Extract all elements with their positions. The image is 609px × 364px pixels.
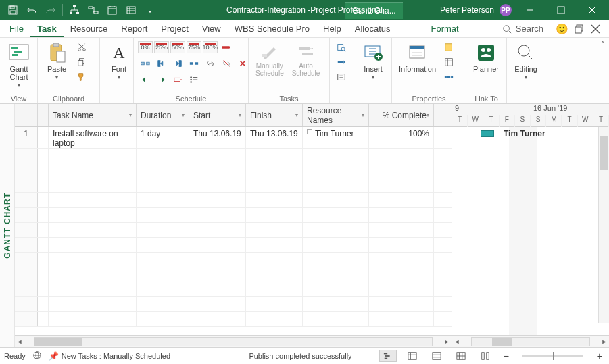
- font-button[interactable]: A Font▾: [104, 41, 134, 82]
- table-row[interactable]: [15, 253, 452, 267]
- link-icon[interactable]: [203, 57, 218, 70]
- copy-icon[interactable]: [74, 55, 89, 69]
- cell-pct[interactable]: 100%: [369, 127, 434, 148]
- col-header-resources[interactable]: Resource Names▾: [303, 104, 369, 126]
- indent-icon[interactable]: [170, 57, 185, 70]
- menu-format[interactable]: Format: [424, 21, 466, 36]
- cell-resource[interactable]: Tim Turner: [303, 127, 369, 148]
- col-header-id[interactable]: [15, 104, 38, 126]
- network-diagram-icon[interactable]: [66, 1, 83, 19]
- move-task-icon[interactable]: [334, 55, 349, 69]
- view-tab-title[interactable]: Gantt Cha...: [345, 2, 403, 19]
- col-header-indicator[interactable]: [38, 104, 49, 126]
- user-name[interactable]: Peter Peterson: [440, 5, 494, 15]
- view-report-icon[interactable]: [477, 350, 494, 362]
- menu-project[interactable]: Project: [154, 21, 195, 36]
- zoom-out-icon[interactable]: −: [501, 350, 512, 361]
- calendar-icon[interactable]: [103, 1, 121, 19]
- pct-100[interactable]: 100%: [203, 41, 218, 53]
- notes-icon[interactable]: [441, 41, 456, 54]
- pct-25[interactable]: 25%: [154, 41, 169, 53]
- split-task-icon[interactable]: [187, 57, 201, 70]
- grid-horizontal-scrollbar[interactable]: ◄►: [15, 335, 452, 347]
- table-row[interactable]: [15, 178, 452, 193]
- col-header-start[interactable]: Start▾: [189, 104, 246, 126]
- link-tasks-icon[interactable]: [84, 1, 102, 19]
- avatar[interactable]: PP: [500, 4, 512, 16]
- table-row[interactable]: [15, 193, 452, 208]
- unlink-icon[interactable]: [219, 57, 234, 70]
- minimize-button[interactable]: [517, 1, 543, 20]
- save-icon[interactable]: [4, 1, 22, 19]
- table-row[interactable]: [15, 223, 452, 238]
- pct-50[interactable]: 50%: [170, 41, 185, 53]
- search-box[interactable]: Search: [495, 24, 550, 34]
- table-row[interactable]: [15, 163, 452, 178]
- cell-duration[interactable]: 1 day: [137, 127, 189, 148]
- details-icon[interactable]: [441, 55, 456, 69]
- pct-75[interactable]: 75%: [187, 41, 201, 53]
- mode-icon[interactable]: [334, 70, 349, 84]
- col-header-taskname[interactable]: Task Name▾: [49, 104, 137, 126]
- col-header-pct[interactable]: % Complete▾: [369, 104, 434, 126]
- qat-dropdown-icon[interactable]: [141, 1, 159, 19]
- feedback-icon[interactable]: 🙂: [556, 23, 568, 35]
- format-painter-icon[interactable]: [74, 70, 89, 84]
- timeline-body[interactable]: Tim Turner: [452, 127, 609, 335]
- menu-file[interactable]: File: [3, 21, 30, 36]
- menu-allocatus[interactable]: Allocatus: [348, 21, 397, 36]
- table-row[interactable]: [15, 208, 452, 223]
- menu-help[interactable]: Help: [316, 21, 348, 36]
- bullets-icon[interactable]: [187, 73, 201, 86]
- zoom-slider[interactable]: [522, 355, 583, 357]
- view-task-usage-icon[interactable]: [404, 350, 421, 362]
- add-to-timeline-icon[interactable]: [441, 70, 456, 84]
- globe-icon[interactable]: [32, 350, 42, 361]
- inspect-icon[interactable]: [334, 41, 349, 54]
- undo-icon[interactable]: [23, 1, 41, 19]
- cell-start[interactable]: Thu 13.06.19: [189, 127, 246, 148]
- timeline-horizontal-scrollbar[interactable]: ◄►: [452, 335, 609, 347]
- outdent-icon[interactable]: [154, 57, 169, 70]
- view-gantt-icon[interactable]: [379, 350, 397, 362]
- status-new-tasks[interactable]: 📌 New Tasks : Manually Scheduled: [49, 351, 170, 361]
- cell-finish[interactable]: Thu 13.06.19: [246, 127, 303, 148]
- menu-view[interactable]: View: [195, 21, 228, 36]
- col-header-duration[interactable]: Duration▾: [137, 104, 189, 126]
- move-right-icon[interactable]: [154, 73, 169, 86]
- move-left-icon[interactable]: [138, 73, 153, 86]
- row-id[interactable]: 1: [15, 127, 38, 148]
- view-resource-sheet-icon[interactable]: [452, 350, 470, 362]
- collapse-ribbon-icon[interactable]: ˄: [601, 41, 605, 49]
- restore-windows-icon[interactable]: [574, 24, 585, 34]
- menu-report[interactable]: Report: [114, 21, 154, 36]
- redo-icon[interactable]: [42, 1, 59, 19]
- table-row[interactable]: [15, 149, 452, 163]
- view-team-planner-icon[interactable]: [428, 350, 445, 362]
- zoom-in-icon[interactable]: +: [594, 350, 605, 361]
- gantt-chart-button[interactable]: Gantt Chart▾: [4, 41, 34, 90]
- manually-schedule-button[interactable]: Manually Schedule: [253, 41, 287, 78]
- gantt-bar[interactable]: [481, 130, 494, 137]
- menu-task[interactable]: Task: [30, 21, 64, 37]
- close-button[interactable]: [579, 1, 605, 20]
- respect-links-icon[interactable]: [138, 57, 153, 70]
- information-button[interactable]: Information: [396, 41, 439, 74]
- table-row[interactable]: [15, 238, 452, 253]
- mark-on-track-icon[interactable]: [219, 41, 234, 54]
- col-header-finish[interactable]: Finish▾: [246, 104, 303, 126]
- planner-button[interactable]: Planner: [470, 41, 502, 74]
- scroll-to-task-icon[interactable]: [170, 73, 185, 86]
- table-icon[interactable]: [122, 1, 140, 19]
- auto-schedule-button[interactable]: Auto Schedule: [289, 41, 323, 78]
- paste-button[interactable]: Paste▾: [42, 41, 72, 82]
- table-row[interactable]: 1 Install software on laptop 1 day Thu 1…: [15, 127, 452, 149]
- table-row[interactable]: [15, 267, 452, 282]
- cut-icon[interactable]: [74, 41, 89, 54]
- insert-button[interactable]: Insert▾: [358, 41, 388, 82]
- maximize-button[interactable]: [548, 1, 574, 20]
- editing-button[interactable]: Editing▾: [511, 41, 541, 82]
- table-row[interactable]: [15, 312, 452, 327]
- inactivate-icon[interactable]: [235, 57, 250, 70]
- menu-resource[interactable]: Resource: [64, 21, 115, 36]
